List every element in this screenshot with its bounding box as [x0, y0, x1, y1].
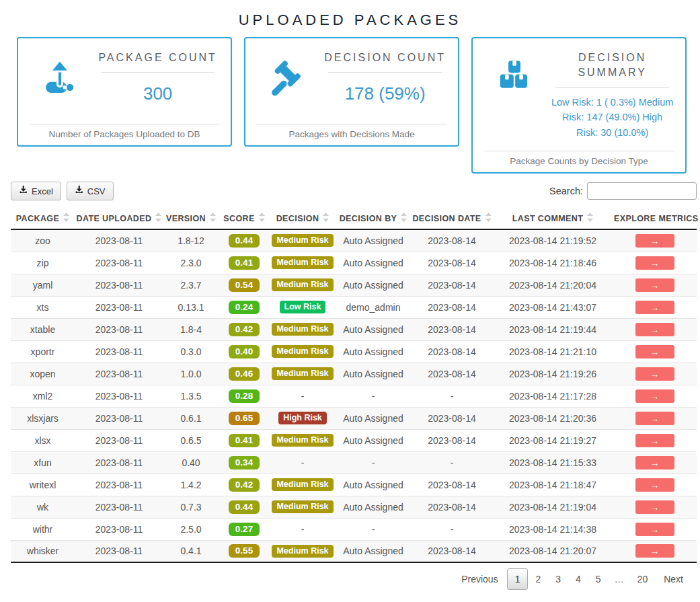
explore-metrics-button[interactable]: →: [635, 523, 674, 536]
pagination-page-5[interactable]: 5: [588, 569, 609, 589]
cell-package: xts: [11, 296, 75, 318]
column-label: DECISION BY: [340, 214, 397, 223]
cell-score: 0.24: [219, 296, 270, 318]
cell-decision-by: Auto Assigned: [336, 363, 411, 385]
cell-decision: Medium Risk: [270, 340, 336, 363]
column-header-last-comment[interactable]: LAST COMMENT: [493, 207, 613, 229]
card-footer: Packages with Decisions Made: [254, 124, 450, 141]
cell-decision: Medium Risk: [270, 363, 336, 385]
explore-metrics-button[interactable]: →: [635, 278, 674, 292]
cell-last-comment: 2023-08-14 21:20:36: [493, 407, 613, 429]
cell-decision: Medium Risk: [270, 496, 336, 518]
cell-version: 1.4.2: [163, 474, 219, 496]
pagination-page-20[interactable]: 20: [630, 569, 656, 589]
score-badge: 0.46: [229, 367, 260, 381]
column-header-version[interactable]: VERSION: [163, 207, 219, 229]
cell-last-comment: 2023-08-14 21:19:44: [493, 318, 613, 340]
explore-metrics-button[interactable]: →: [635, 544, 674, 558]
decision-badge: High Risk: [278, 412, 327, 424]
explore-metrics-button[interactable]: →: [635, 256, 674, 270]
card-footer: Number of Packages Uploaded to DB: [26, 124, 223, 141]
export-csv-button[interactable]: CSV: [67, 182, 114, 200]
table-row: whisker2023-08-110.4.10.55Medium RiskAut…: [11, 540, 697, 562]
explore-metrics-button[interactable]: →: [635, 389, 674, 403]
cell-version: 0.6.1: [163, 407, 219, 429]
pagination-page-4[interactable]: 4: [568, 569, 588, 589]
table-row: zoo2023-08-111.8-120.44Medium RiskAuto A…: [11, 229, 697, 252]
cell-date-uploaded: 2023-08-11: [75, 252, 163, 274]
cell-explore-metrics: →: [613, 363, 697, 385]
column-header-explore-metrics[interactable]: EXPLORE METRICS: [613, 207, 697, 229]
search-input[interactable]: [587, 182, 697, 200]
upload-icon: [26, 46, 93, 108]
explore-metrics-button[interactable]: →: [635, 456, 674, 469]
table-row: xts2023-08-110.13.10.24Low Riskdemo_admi…: [11, 296, 697, 318]
cell-package: xfun: [11, 451, 75, 474]
column-header-decision-by[interactable]: DECISION BY: [336, 207, 411, 229]
cell-last-comment: 2023-08-14 21:21:10: [493, 340, 613, 363]
explore-metrics-button[interactable]: →: [635, 478, 674, 492]
pagination-page-1[interactable]: 1: [507, 568, 529, 590]
arrow-right-icon: →: [650, 436, 660, 445]
cell-last-comment: 2023-08-14 21:20:04: [493, 274, 613, 296]
cell-date-uploaded: 2023-08-11: [75, 451, 163, 474]
explore-metrics-button[interactable]: →: [635, 367, 674, 381]
pagination-page-3[interactable]: 3: [548, 569, 568, 589]
explore-metrics-button[interactable]: →: [635, 412, 674, 425]
cell-version: 0.7.3: [163, 496, 219, 518]
cell-decision: Medium Risk: [270, 252, 336, 274]
cell-score: 0.65: [219, 407, 270, 429]
column-label: DECISION: [276, 214, 319, 223]
column-header-decision[interactable]: DECISION: [270, 207, 336, 229]
cell-explore-metrics: →: [613, 229, 697, 252]
cell-decision-date: 2023-08-14: [411, 318, 493, 340]
cell-decision-by: demo_admin: [336, 296, 411, 318]
cell-explore-metrics: →: [613, 496, 697, 518]
column-label: SCORE: [223, 214, 254, 223]
cell-version: 0.3.0: [163, 340, 219, 363]
score-badge: 0.34: [229, 456, 260, 469]
cell-decision-by: Auto Assigned: [336, 429, 411, 451]
cell-score: 0.28: [219, 385, 270, 407]
pagination: Previous12345…20Next: [0, 568, 692, 590]
cell-score: 0.40: [219, 340, 270, 363]
sort-icon: [485, 213, 492, 224]
explore-metrics-button[interactable]: →: [635, 500, 674, 514]
cell-decision-by: -: [336, 385, 411, 407]
pagination-next[interactable]: Next: [655, 569, 692, 589]
explore-metrics-button[interactable]: →: [635, 345, 674, 359]
pagination-page-2[interactable]: 2: [528, 569, 548, 589]
column-header-date-uploaded[interactable]: DATE UPLOADED: [75, 207, 163, 229]
cell-last-comment: 2023-08-14 21:19:52: [493, 229, 613, 252]
cell-decision: -: [270, 518, 336, 540]
score-badge: 0.27: [229, 523, 260, 536]
cell-date-uploaded: 2023-08-11: [75, 274, 163, 296]
column-header-package[interactable]: PACKAGE: [11, 207, 75, 229]
cell-decision: Medium Risk: [270, 429, 336, 451]
explore-metrics-button[interactable]: →: [635, 434, 674, 447]
column-header-decision-date[interactable]: DECISION DATE: [411, 207, 493, 229]
cell-version: 1.8-12: [163, 229, 219, 252]
decision-badge: Medium Risk: [272, 323, 333, 336]
cell-decision-by: -: [336, 451, 411, 474]
cell-version: 1.8-4: [163, 318, 219, 340]
download-icon: [19, 186, 28, 196]
table-row: xlsxjars2023-08-110.6.10.65High RiskAuto…: [11, 407, 697, 429]
table-row: xfun2023-08-110.400.34---2023-08-14 21:1…: [11, 451, 697, 474]
export-csv-label: CSV: [87, 186, 106, 196]
pagination-previous[interactable]: Previous: [453, 569, 506, 589]
explore-metrics-button[interactable]: →: [635, 301, 674, 314]
sort-icon: [323, 213, 329, 224]
cell-version: 1.0.0: [163, 363, 219, 385]
export-excel-button[interactable]: Excel: [11, 182, 61, 200]
card-package-count: PACKAGE COUNT 300 Number of Packages Upl…: [17, 37, 232, 147]
score-badge: 0.55: [229, 544, 260, 558]
table-row: zip2023-08-112.3.00.41Medium RiskAuto As…: [11, 252, 697, 274]
column-header-score[interactable]: SCORE: [219, 207, 270, 229]
cell-decision-date: -: [411, 518, 493, 540]
decision-badge: Medium Risk: [272, 545, 333, 558]
cell-package: xlsx: [11, 429, 75, 451]
explore-metrics-button[interactable]: →: [635, 234, 674, 248]
sort-icon: [259, 213, 265, 224]
explore-metrics-button[interactable]: →: [635, 323, 674, 336]
